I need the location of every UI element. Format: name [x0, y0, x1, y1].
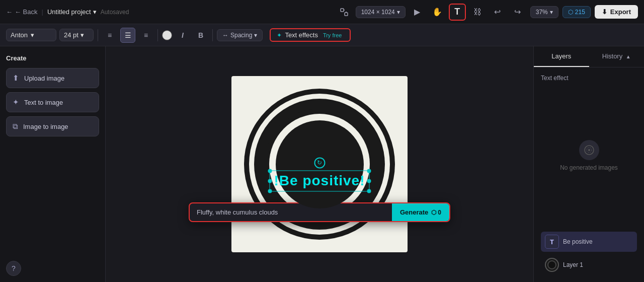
sidebar-left: Create ⬆ Upload image ✦ Text to image ⧉ … [0, 46, 106, 282]
text-effects-label: Text effects [285, 31, 318, 39]
layer-item-circle[interactable]: Layer 1 [541, 255, 637, 275]
handle-bottom-right[interactable] [367, 189, 371, 193]
font-size-chevron: ▾ [80, 31, 84, 39]
layer-circle-icon [545, 258, 559, 272]
handle-top-left[interactable] [268, 169, 272, 173]
tab-history-chevron: ▲ [626, 54, 631, 59]
layer-text-name: Be positive [563, 238, 593, 245]
image-to-image-item[interactable]: ⧉ Image to image [6, 116, 99, 136]
font-chevron: ▾ [31, 31, 34, 39]
svg-rect-0 [341, 9, 344, 12]
tab-layers-label: Layers [551, 52, 571, 60]
spacing-label: Spacing [230, 32, 252, 39]
layer-text-icon: T [545, 235, 559, 249]
topbar: ← ← Back | Untitled project ▾ Autosaved … [0, 0, 644, 24]
canvas-size-label: 1024 × 1024 [361, 9, 395, 16]
zoom-button[interactable]: 37% ▾ [530, 6, 558, 18]
sidebar-right: Layers History ▲ Text effect No generate… [533, 46, 644, 282]
layer-item-text[interactable]: T Be positive [541, 232, 637, 252]
font-size-select[interactable]: 24 pt ▾ [59, 29, 94, 41]
upload-icon: ⬆ [13, 74, 19, 83]
image-to-image-label: Image to image [23, 123, 68, 130]
italic-button[interactable]: I [175, 28, 190, 43]
credits-label: 215 [575, 9, 585, 16]
back-button[interactable]: ← ← Back [6, 8, 38, 16]
text-selection-container[interactable]: ↻ !Be positive! [269, 157, 369, 191]
no-images-text: No generated images [560, 164, 618, 171]
canvas-wrapper: ↻ !Be positive! [231, 76, 408, 252]
rotate-handle[interactable]: ↻ [314, 157, 325, 168]
resize-tool-button[interactable] [336, 4, 353, 21]
handle-bottom-left[interactable] [268, 189, 272, 193]
align-center-button[interactable]: ☰ [120, 28, 135, 43]
no-images-area: No generated images [541, 87, 637, 225]
topbar-center: 1024 × 1024 ▾ ▶ ✋ T ⛓ ↩ ↪ [336, 4, 526, 21]
toolbar-divider-1 [98, 29, 98, 41]
project-name[interactable]: Untitled project ▾ [47, 8, 97, 16]
tab-layers[interactable]: Layers [534, 46, 589, 67]
canvas-area[interactable]: ↻ !Be positive! [106, 46, 533, 282]
export-label: Export [610, 8, 631, 16]
export-icon: ⬇ [602, 8, 607, 16]
toolbar-divider-2 [157, 29, 158, 41]
handle-middle-left[interactable] [268, 179, 272, 183]
pan-tool-button[interactable]: ✋ [429, 4, 446, 21]
generate-button[interactable]: Generate ⬡ 0 [392, 203, 449, 221]
handle-top-right[interactable] [367, 169, 371, 173]
font-name-label: Anton [11, 31, 28, 39]
align-left-button[interactable]: ≡ [102, 28, 117, 43]
text-selection-frame[interactable]: !Be positive! [269, 170, 369, 191]
sidebar-create-title: Create [6, 52, 99, 64]
text-tool-button[interactable]: T [449, 4, 466, 21]
text-to-image-item[interactable]: ✦ Text to image [6, 92, 99, 112]
autosaved-label: Autosaved [101, 9, 129, 16]
tab-history-label: History [602, 52, 622, 60]
zoom-label: 37% [536, 9, 548, 16]
zoom-chevron: ▾ [550, 9, 553, 16]
credits-icon: ⬡ [568, 9, 573, 16]
generate-label: Generate [400, 208, 428, 216]
generate-credits-badge: ⬡ 0 [431, 209, 441, 216]
text-effects-button[interactable]: ✦ Text effects Try free [270, 28, 351, 42]
tab-history[interactable]: History ▲ [589, 46, 645, 67]
sidebar-bottom: ? [6, 261, 99, 276]
undo-button[interactable]: ↩ [489, 4, 506, 21]
ai-icon: ✦ [277, 32, 282, 39]
toolbar-divider-3 [212, 29, 213, 41]
select-tool-button[interactable]: ▶ [409, 4, 426, 21]
handle-middle-right[interactable] [367, 179, 371, 183]
back-label: ← Back [15, 8, 38, 16]
main-layout: Create ⬆ Upload image ✦ Text to image ⧉ … [0, 46, 644, 282]
generate-credits-value: 0 [438, 209, 441, 216]
layer-circle-name: Layer 1 [563, 261, 583, 268]
format-toolbar: Anton ▾ 24 pt ▾ ≡ ☰ ≡ I B ↔ Spacing ▾ ✦ … [0, 24, 644, 46]
spacing-button[interactable]: ↔ Spacing ▾ [217, 29, 263, 41]
back-icon: ← [6, 8, 13, 16]
help-button[interactable]: ? [6, 261, 21, 276]
svg-rect-1 [345, 13, 348, 16]
text-to-image-icon: ✦ [13, 98, 19, 107]
project-name-chevron: ▾ [93, 8, 97, 16]
link-tool-button[interactable]: ⛓ [469, 4, 486, 21]
prompt-input[interactable] [190, 203, 392, 221]
bold-button[interactable]: B [193, 28, 208, 43]
topbar-left: ← ← Back | Untitled project ▾ Autosaved [6, 8, 332, 16]
redo-button[interactable]: ↪ [509, 4, 526, 21]
text-effect-label: Text effect [541, 75, 637, 82]
canvas-text[interactable]: !Be positive! [274, 173, 365, 188]
topbar-right: 37% ▾ ⬡ 215 ⬇ Export [530, 5, 638, 19]
align-right-button[interactable]: ≡ [138, 28, 153, 43]
canvas[interactable]: ↻ !Be positive! [231, 76, 408, 252]
upload-image-item[interactable]: ⬆ Upload image [6, 68, 99, 88]
canvas-size-button[interactable]: 1024 × 1024 ▾ [356, 6, 406, 18]
text-color-picker[interactable] [162, 30, 172, 40]
no-images-icon [579, 140, 599, 160]
image-to-image-icon: ⧉ [13, 122, 18, 131]
credits-icon-2: ⬡ [431, 209, 436, 216]
export-button[interactable]: ⬇ Export [595, 5, 638, 19]
right-content: Text effect No generated images [534, 67, 644, 232]
right-tabs: Layers History ▲ [534, 46, 644, 67]
font-select[interactable]: Anton ▾ [6, 29, 56, 41]
try-free-badge: Try free [321, 32, 344, 39]
credits-button[interactable]: ⬡ 215 [562, 6, 591, 18]
